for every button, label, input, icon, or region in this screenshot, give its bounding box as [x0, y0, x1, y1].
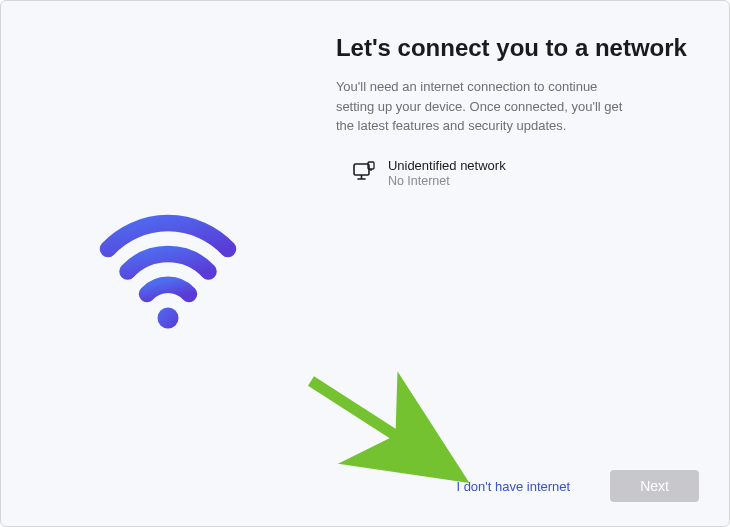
- network-status: No Internet: [388, 174, 506, 188]
- page-title: Let's connect you to a network: [336, 33, 689, 63]
- footer: I don't have internet Next: [456, 470, 699, 502]
- setup-window: Let's connect you to a network You'll ne…: [0, 0, 730, 527]
- network-item[interactable]: Unidentified network No Internet: [336, 158, 689, 188]
- page-subtitle: You'll need an internet connection to co…: [336, 77, 626, 136]
- svg-rect-1: [354, 164, 369, 175]
- illustration-pane: [1, 1, 336, 526]
- network-name: Unidentified network: [388, 158, 506, 173]
- content-pane: Let's connect you to a network You'll ne…: [336, 1, 729, 526]
- ethernet-monitor-icon: [352, 160, 376, 184]
- next-button[interactable]: Next: [610, 470, 699, 502]
- network-text: Unidentified network No Internet: [388, 158, 506, 188]
- svg-point-0: [158, 307, 179, 328]
- skip-internet-link[interactable]: I don't have internet: [456, 479, 570, 494]
- wifi-icon: [93, 189, 243, 339]
